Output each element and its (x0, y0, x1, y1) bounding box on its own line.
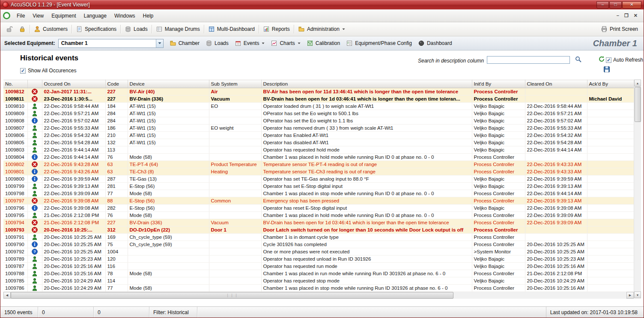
chevron-down-icon[interactable] (156, 39, 163, 48)
table-row[interactable]: 100980922-Dec-2016 9:57:21 AM284AT-Wt1 (… (3, 110, 634, 117)
column-header-code[interactable]: Code (105, 80, 128, 88)
search-input[interactable] (487, 56, 570, 64)
calibration-button[interactable]: Calibration (304, 38, 343, 48)
table-row[interactable]: 100980322-Dec-2016 9:44:14 AM113Operator… (3, 146, 634, 154)
scroll-up-icon[interactable]: ▲ (634, 80, 641, 86)
table-row[interactable]: 100978920-Dec-2016 10:25:23 AM120Operato… (3, 256, 634, 263)
table-row[interactable]: 100980722-Dec-2016 9:55:33 AM186AT-Wt1 (… (3, 125, 634, 132)
mdi-close-button[interactable]: ✕ (634, 13, 638, 18)
table-row[interactable]: 100978820-Dec-2016 10:25:16 AM78Mode (58… (3, 270, 634, 277)
menu-file[interactable]: File (13, 11, 29, 21)
column-header-device[interactable]: Device (128, 80, 209, 88)
table-row[interactable]: 100978520-Dec-2016 10:24:29 AM114Operato… (3, 277, 634, 285)
print-screen-button[interactable]: Print Screen (598, 24, 641, 34)
table-row[interactable]: 100979320-Dec-2016 10:25:...312DO-Dr1OpE… (3, 226, 634, 234)
manage-drums-button[interactable]: Manage Drums (153, 24, 203, 34)
table-row[interactable]: 100979020-Dec-2016 10:25:25 AM75Ch_cycle… (3, 241, 634, 248)
menu-view[interactable]: View (29, 11, 48, 21)
table-row[interactable]: 100979722-Dec-2016 9:39:08 AM88E-Stop (5… (3, 197, 634, 205)
table-row[interactable]: 100979922-Dec-2016 9:39:13 AM281E-Stop (… (3, 183, 634, 190)
column-header-init-d-by[interactable]: Init'd By (472, 80, 525, 88)
cell-description: BV-Air has been open for 11d 13:46:41 wh… (261, 88, 472, 95)
reports-button[interactable]: Reports (260, 24, 293, 34)
vertical-scroll-thumb[interactable] (635, 87, 641, 122)
show-all-checkbox[interactable]: ✓ (20, 68, 26, 74)
cell-sub-system (209, 270, 261, 277)
lock-button[interactable] (16, 24, 29, 34)
table-row[interactable]: 100979622-Dec-2016 9:39:08 AM282E-Stop (… (3, 205, 634, 212)
mdi-minimize-button[interactable]: – (617, 13, 619, 18)
table-row[interactable]: 100980222-Dec-2016 9:43:28 AM63TE-PT-4 (… (3, 161, 634, 168)
table-row[interactable]: 100981123-Dec-2016 1:30:5...227BV-Drain … (3, 95, 634, 103)
table-row[interactable]: 100979120-Dec-2016 10:25:25 AM169Ch_cycl… (3, 234, 634, 241)
multi-dashboard-button[interactable]: Multi-Dashboard (205, 24, 258, 34)
minimize-button[interactable]: – (596, 1, 609, 9)
events-button[interactable]: Events (232, 38, 268, 48)
table-row[interactable]: 100979521-Dec-2016 2:12:08 PM76Mode (58)… (3, 212, 634, 219)
column-header-no-[interactable]: No. (3, 80, 27, 88)
column-header-occured-on[interactable]: Occured On (42, 80, 105, 88)
refresh-icon[interactable] (598, 56, 605, 64)
maximize-button[interactable]: □ (609, 1, 622, 9)
close-button[interactable]: ✕ (622, 1, 641, 9)
table-row[interactable]: 100980822-Dec-2016 9:57:02 AM284AT-Wt1 (… (3, 117, 634, 125)
dashboard-button[interactable]: Dashboard (415, 38, 455, 48)
horizontal-scrollbar[interactable]: ◀ ⋮⋮⋮ ▶ (3, 292, 634, 299)
column-header-sub-system[interactable]: Sub System (209, 80, 261, 88)
cell-no: 1009785 (3, 277, 27, 285)
loads-button[interactable]: Loads (122, 24, 151, 34)
table-row[interactable]: 100980122-Dec-2016 9:43:26 AM63TE-Ch3 (8… (3, 168, 634, 175)
auto-refresh-checkbox[interactable]: ✓ (606, 57, 611, 63)
operator-icon (32, 270, 38, 276)
chamber-button[interactable]: Chamber (167, 38, 203, 48)
cell-icon (27, 212, 42, 219)
cell-icon (27, 270, 42, 277)
scroll-down-icon[interactable]: ▼ (634, 291, 641, 298)
scroll-left-icon[interactable]: ◀ (3, 292, 11, 299)
table-row[interactable]: 100978620-Dec-2016 10:24:29 AM77Mode (58… (3, 285, 634, 292)
mdi-restore-button[interactable]: ❐ (624, 13, 629, 18)
column-header-cleared-on[interactable]: Cleared On (525, 80, 587, 88)
equipment-select[interactable]: Chamber 1 (58, 39, 164, 48)
cell-description: Temperature sensor TE-Ch3 reading is out… (261, 168, 472, 175)
table-row[interactable]: 100980522-Dec-2016 9:54:28 AM132AT-Wt1 (… (3, 139, 634, 146)
menu-windows[interactable]: Windows (110, 11, 139, 21)
search-icon[interactable] (575, 56, 582, 64)
cell-ackd-by: Michael David (587, 95, 634, 103)
table-row[interactable]: 100980022-Dec-2016 9:39:59 AM287TE-Gas (… (3, 175, 634, 183)
status-panel-2: 0 (38, 307, 94, 318)
save-icon[interactable] (603, 66, 610, 74)
administration-button[interactable]: Administration (295, 24, 348, 34)
column-header-ack-d-by[interactable]: Ack'd By (587, 80, 634, 88)
equipment-phase-config-button[interactable]: Equipment/Phase Config (343, 38, 415, 48)
table-row[interactable]: 100980622-Dec-2016 9:54:32 AM210AT-Wt1 (… (3, 132, 634, 139)
cell-code: 210 (105, 132, 128, 139)
charts-button[interactable]: Charts (268, 38, 303, 48)
menu-equipment[interactable]: Equipment (48, 11, 80, 21)
cell-cleared-on: 22-Dec-2016 9:55:33 AM (525, 125, 587, 132)
cell-occured-on: 22-Dec-2016 9:39:13 AM (42, 183, 105, 190)
calibration-icon (307, 40, 313, 47)
column-header-description[interactable]: Description (261, 80, 472, 88)
vertical-scrollbar[interactable]: ▲ ▼ (634, 80, 641, 298)
cell-ackd-by (587, 205, 634, 212)
table-row[interactable]: 100981022-Dec-2016 9:58:44 AM184AT-Wt1 (… (3, 103, 634, 110)
horizontal-scroll-track[interactable] (453, 292, 626, 299)
horizontal-scroll-thumb[interactable]: ⋮⋮⋮ (11, 292, 453, 299)
table-row[interactable]: 1009792?20-Dec-2016 10:25:25 AM1004One o… (3, 248, 634, 256)
menu-help[interactable]: Help (139, 11, 158, 21)
table-row[interactable]: 100979421-Dec-2016 2:12:08 PM227BV-Drain… (3, 219, 634, 226)
scroll-right-icon[interactable]: ▶ (626, 292, 634, 299)
table-row[interactable]: 100981202-Jan-2017 11:31:...227BV-Air (4… (3, 88, 634, 95)
table-row[interactable]: 100980422-Dec-2016 9:44:14 AM76Mode (58)… (3, 154, 634, 161)
specifications-button[interactable]: Specifications (73, 24, 119, 34)
loads-button[interactable]: Loads (203, 38, 232, 48)
table-row[interactable]: 100979822-Dec-2016 9:39:09 AM77Mode (58)… (3, 190, 634, 197)
cell-code: 227 (105, 95, 128, 103)
customers-button[interactable]: Customers (31, 24, 71, 34)
menu-language[interactable]: Language (80, 11, 110, 21)
cell-no: 1009808 (3, 117, 27, 125)
table-row[interactable]: 100978720-Dec-2016 10:25:16 AM116Operato… (3, 263, 634, 270)
column-header-icon[interactable] (27, 80, 42, 88)
unlock-button[interactable] (3, 24, 16, 34)
